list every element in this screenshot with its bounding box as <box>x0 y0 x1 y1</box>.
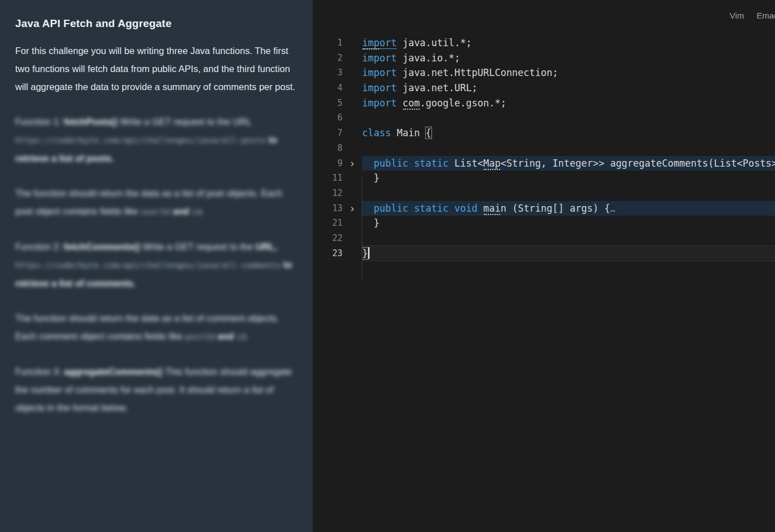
gutter-spacer <box>342 96 362 111</box>
code-token: List< <box>449 158 483 169</box>
challenge-paragraph-function2: Function 2: fetchComments() Write a GET … <box>15 238 297 292</box>
gutter-spacer <box>342 171 362 186</box>
text-segment: fetchPosts() <box>64 117 117 127</box>
line-number: 22 <box>313 231 342 246</box>
keybinding-option-vim[interactable]: Vim <box>730 11 745 20</box>
code-line-23-current[interactable]: 23} <box>313 246 775 261</box>
fold-chevron-icon[interactable]: › <box>342 201 362 216</box>
line-number: 12 <box>313 186 342 201</box>
keyword-token: public static void <box>373 203 477 214</box>
code-token: java.util.*; <box>397 37 471 48</box>
code-line-3[interactable]: 3import java.net.HttpURLConnection; <box>313 65 775 81</box>
keyword-token: import <box>362 97 397 109</box>
code-line-21[interactable]: 21 } <box>313 216 775 231</box>
text-segment: URL, <box>256 242 278 252</box>
code-token <box>362 158 373 169</box>
code-area[interactable]: 1import java.util.*; 2import java.io.*; … <box>313 35 775 261</box>
line-number: 11 <box>313 171 342 186</box>
gutter-spacer <box>342 35 362 51</box>
text-segment: Write a GET request to the <box>140 242 256 252</box>
gutter-spacer <box>342 81 362 96</box>
text-segment: Function 1: <box>15 117 64 127</box>
line-number: 21 <box>313 216 342 231</box>
text-segment: Function 2: <box>15 242 64 252</box>
code-token: com <box>403 97 420 109</box>
code-line-2[interactable]: 2import java.io.*; <box>313 51 775 66</box>
line-number: 8 <box>313 141 342 156</box>
code-segment: id <box>237 332 246 341</box>
code-token: main <box>483 203 506 214</box>
code-line-9-folded[interactable]: 9› public static List<Map<String, Intege… <box>313 156 775 171</box>
line-number: 9 <box>313 156 342 171</box>
line-number-active: 23 <box>313 246 342 261</box>
keyword-token: import <box>362 82 397 93</box>
url-segment: https://coderbyte.com/api/challenges/jav… <box>15 261 280 270</box>
text-segment: and <box>170 206 192 216</box>
challenge-paragraph-comments-return: The function should return the data as a… <box>15 309 297 346</box>
code-token: (String[] args) { <box>506 203 610 214</box>
challenge-title: Java API Fetch and Aggregate <box>15 17 297 30</box>
code-line-12[interactable]: 12 <box>313 186 775 201</box>
code-token: Main <box>391 127 425 138</box>
gutter-spacer <box>342 51 362 66</box>
code-token <box>362 203 373 214</box>
keyword-token: class <box>362 127 391 138</box>
code-line-7[interactable]: 7class Main { <box>313 126 775 141</box>
gutter-spacer <box>342 110 362 126</box>
challenge-paragraph-posts-return: The function should return the data as a… <box>15 184 297 221</box>
code-token: Map <box>483 158 501 169</box>
code-line-22[interactable]: 22 <box>313 231 775 246</box>
code-line-1[interactable]: 1import java.util.*; <box>313 35 775 51</box>
code-editor[interactable]: Vim Emacs 1import java.util.*; 2import j… <box>313 0 775 532</box>
matched-bracket: } <box>362 248 368 259</box>
matched-bracket: { <box>426 127 431 138</box>
line-number: 7 <box>313 126 342 141</box>
line-number: 4 <box>313 81 342 96</box>
text-segment: Write a GET request to the URL <box>118 117 251 127</box>
gutter-spacer <box>342 186 362 201</box>
code-line-11[interactable]: 11 } <box>313 171 775 186</box>
line-number: 13 <box>313 201 342 216</box>
code-token <box>397 97 402 109</box>
code-token: java.net.HttpURLConnection; <box>397 67 558 78</box>
gutter-spacer <box>342 65 362 81</box>
code-token: .google.gson.*; <box>420 97 506 109</box>
code-line-5[interactable]: 5import com.google.gson.*; <box>313 96 775 111</box>
code-token: java.net.URL; <box>397 82 477 93</box>
text-cursor <box>368 247 369 259</box>
keyword-token: import <box>362 52 397 64</box>
challenge-paragraph-function1: Function 1: fetchPosts() Write a GET req… <box>15 113 297 167</box>
code-segment: id <box>192 207 202 216</box>
code-line-8[interactable]: 8 <box>313 141 775 156</box>
keyword-token: public static <box>373 158 448 169</box>
code-segment: postId <box>185 332 215 341</box>
text-segment: . <box>202 206 204 216</box>
challenge-window: Java API Fetch and Aggregate For this ch… <box>0 0 775 532</box>
code-token: } <box>362 172 380 184</box>
gutter-spacer <box>342 231 362 246</box>
keybinding-option-emacs[interactable]: Emacs <box>756 11 775 20</box>
gutter-spacer <box>342 216 362 231</box>
keyword-token: import <box>362 37 397 48</box>
line-number: 5 <box>313 96 342 111</box>
url-segment: https://coderbyte.com/api/challenges/jav… <box>15 136 266 145</box>
fold-ellipsis[interactable]: … <box>610 204 615 214</box>
text-segment: aggregateComments() <box>64 366 162 377</box>
line-number: 3 <box>313 65 342 81</box>
gutter-spacer <box>342 141 362 156</box>
text-segment: Function 3: <box>15 366 64 377</box>
code-line-13-folded[interactable]: 13› public static void main (String[] ar… <box>313 201 775 216</box>
text-segment: fetchComments() <box>64 242 140 252</box>
fold-chevron-icon[interactable]: › <box>342 156 362 171</box>
code-segment: userId <box>141 207 170 216</box>
indent-guide <box>362 176 362 281</box>
code-line-6[interactable]: 6 <box>313 110 775 126</box>
code-token <box>478 203 483 214</box>
line-number: 2 <box>313 51 342 66</box>
editor-topbar: Vim Emacs <box>313 0 775 25</box>
line-number: 6 <box>313 110 342 126</box>
challenge-intro: For this challenge you will be writing t… <box>15 42 297 96</box>
code-line-4[interactable]: 4import java.net.URL; <box>313 81 775 96</box>
gutter-spacer <box>342 246 362 261</box>
code-token: <String, Integer>> aggregateComments(Lis… <box>501 158 775 169</box>
